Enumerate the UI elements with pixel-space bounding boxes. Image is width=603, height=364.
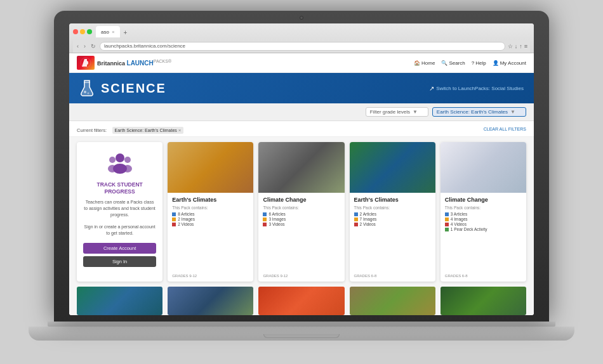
hero-title: Science — [101, 81, 166, 96]
browser-chrome: aso × + ‹ › ↻ launchpacks.britannica.com… — [69, 23, 534, 53]
filter-info: Current filters: Earth Science: Earth's … — [77, 123, 183, 134]
people-icon — [106, 150, 134, 178]
camera-dot — [300, 16, 303, 20]
cards-grid: TRACK STUDENT PROGRESS Teachers can crea… — [77, 142, 526, 282]
laptop: aso × + ‹ › ↻ launchpacks.britannica.com… — [29, 11, 574, 353]
track-student-card: TRACK STUDENT PROGRESS Teachers can crea… — [77, 142, 162, 282]
item-text: 3 Articles — [451, 212, 467, 216]
video-icon — [263, 223, 267, 226]
bookmark-icon[interactable]: ☆ — [508, 43, 513, 49]
card-grade-1: GRADES 9-12 — [172, 274, 249, 278]
card-title-3: Earth's Climates — [354, 197, 431, 203]
content-card-3[interactable]: Earth's Climates This Pack contains: 2 A… — [350, 142, 435, 282]
hero-banner: Science ↗ Switch to LaunchPacks: Social … — [69, 73, 534, 103]
card-item: 6 Articles — [263, 212, 340, 216]
track-title: TRACK STUDENT PROGRESS — [83, 181, 156, 195]
grade-filter[interactable]: Filter grade levels ▼ — [366, 107, 428, 117]
filter-bar: Filter grade levels ▼ Earth Science: Ear… — [69, 103, 534, 121]
video-icon — [172, 223, 176, 226]
search-icon: 🔍 — [441, 60, 447, 66]
laptop-base — [29, 327, 574, 341]
content-card-4[interactable]: Climate Change This Pack contains: 3 Art… — [441, 142, 526, 282]
forward-button[interactable]: › — [83, 42, 87, 50]
card-item: 2 Articles — [354, 212, 431, 216]
minimize-button[interactable] — [80, 29, 85, 34]
cards-section: TRACK STUDENT PROGRESS Teachers can crea… — [69, 137, 534, 315]
account-link[interactable]: 👤 My Account — [493, 60, 526, 66]
account-icon: 👤 — [493, 60, 499, 66]
image-icon — [354, 218, 358, 221]
home-label: Home — [421, 60, 435, 66]
svg-point-8 — [108, 165, 117, 172]
tab-close-icon[interactable]: × — [112, 29, 115, 35]
thumbnail-lake[interactable] — [168, 287, 253, 315]
thumbnail-bird[interactable] — [258, 287, 344, 315]
grade-filter-arrow-icon: ▼ — [413, 109, 418, 115]
launch-text: LAUNCH — [127, 60, 154, 67]
maximize-button[interactable] — [87, 29, 92, 34]
item-text: 4 Videos — [451, 222, 467, 226]
video-icon — [445, 223, 449, 226]
share-icon[interactable]: ↑ — [519, 43, 522, 49]
thumbnail-forest2[interactable] — [441, 287, 526, 315]
card-contains-2: This Pack contains: — [263, 205, 340, 210]
svg-point-5 — [116, 153, 124, 162]
browser-tab[interactable]: aso × — [96, 26, 120, 37]
content-card-1[interactable]: Earth's Climates This Pack contains: 8 A… — [168, 142, 253, 282]
download-icon[interactable]: ↓ — [515, 43, 518, 49]
card-contains-3: This Pack contains: — [354, 205, 431, 210]
tab-label: aso — [101, 29, 109, 35]
card-contains-4: This Pack contains: — [445, 205, 522, 210]
filter-tag: Earth Science: Earth's Climates × — [112, 127, 184, 134]
clear-all-filters-button[interactable]: CLEAR ALL FILTERS — [484, 127, 526, 131]
card-item: 8 Articles — [172, 212, 249, 216]
active-filters: Current filters: Earth Science: Earth's … — [69, 121, 534, 137]
flask-icon — [79, 79, 95, 97]
topic-filter-arrow-icon: ▼ — [510, 109, 515, 115]
article-icon — [445, 212, 449, 216]
card-items-1: 8 Articles 2 Images 2 Vide — [172, 212, 249, 271]
card-items-2: 6 Articles 3 Images 3 Vide — [263, 212, 340, 271]
card-title-1: Earth's Climates — [172, 197, 249, 203]
card-grade-4: GRADES 6-8 — [445, 274, 522, 278]
new-tab-button[interactable]: + — [121, 28, 130, 37]
home-link[interactable]: 🏠 Home — [414, 60, 435, 66]
thumbnail-plains[interactable] — [350, 287, 435, 315]
card-body-4: Climate Change This Pack contains: 3 Art… — [441, 193, 526, 282]
track-sub-text: Sign in or create a personal account to … — [84, 224, 156, 235]
card-image-smog — [258, 142, 344, 193]
close-button[interactable] — [73, 29, 78, 34]
card-items-3: 2 Articles 7 Images 2 Vide — [354, 212, 431, 271]
sign-in-button[interactable]: Sign In — [83, 256, 156, 267]
reload-button[interactable]: ↻ — [89, 42, 97, 50]
tab-bar: aso × + — [96, 26, 530, 37]
card-title-4: Climate Change — [445, 197, 522, 203]
address-input[interactable]: launchpacks.britannica.com/science — [100, 42, 505, 51]
back-button[interactable]: ‹ — [76, 42, 80, 50]
svg-point-4 — [88, 93, 89, 94]
home-icon: 🏠 — [414, 60, 420, 66]
card-image-forest — [350, 142, 435, 193]
switch-link[interactable]: ↗ Switch to LaunchPacks: Social Studies — [429, 85, 524, 92]
topic-filter[interactable]: Earth Science: Earth's Climates ▼ — [432, 107, 526, 117]
laptop-base-notch — [263, 334, 340, 338]
svg-point-9 — [124, 157, 131, 163]
search-link[interactable]: 🔍 Search — [441, 60, 465, 66]
help-link[interactable]: ? Help — [472, 60, 486, 66]
filter-tag-remove-icon[interactable]: × — [178, 127, 182, 133]
screen-bezel: aso × + ‹ › ↻ launchpacks.britannica.com… — [69, 23, 534, 315]
laptop-hinge — [48, 322, 555, 327]
pear-icon — [445, 228, 449, 231]
track-desc-text: Teachers can create a Packs class to ass… — [84, 200, 155, 217]
card-item: 3 Videos — [263, 222, 340, 226]
item-text: 1 Pear Deck Activity — [451, 227, 487, 231]
filter-tag-text: Earth Science: Earth's Climates — [115, 128, 177, 133]
card-item: 1 Pear Deck Activity — [445, 227, 522, 231]
menu-icon[interactable]: ≡ — [524, 43, 527, 49]
packs-text: PACKS® — [154, 59, 171, 63]
laptop-screen-outer: aso × + ‹ › ↻ launchpacks.britannica.com… — [54, 11, 549, 322]
item-text: 3 Images — [268, 217, 286, 221]
content-card-2[interactable]: Climate Change This Pack contains: 6 Art… — [258, 142, 344, 282]
thumbnail-coast[interactable] — [77, 287, 162, 315]
create-account-button[interactable]: Create Account — [83, 243, 156, 254]
